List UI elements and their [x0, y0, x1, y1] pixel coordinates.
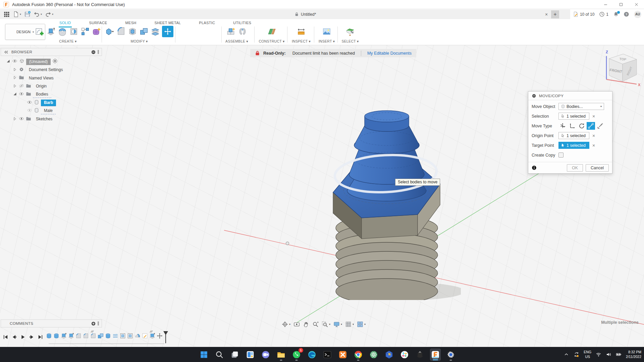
- browser-item-label[interactable]: Male: [41, 108, 56, 114]
- shell-icon[interactable]: [128, 27, 137, 36]
- tl-cylinder-icon[interactable]: [46, 332, 52, 339]
- panel-resize-grip[interactable]: [98, 321, 99, 325]
- timeline-marker[interactable]: [163, 331, 168, 346]
- move-object-dropdown[interactable]: Bodies... ▾: [558, 103, 604, 110]
- ribbon-group-label[interactable]: CONSTRUCT ▾: [258, 39, 286, 43]
- collapsed-triangle-icon[interactable]: [13, 75, 17, 81]
- tl-cylinder-icon[interactable]: [105, 332, 111, 339]
- redo-icon[interactable]: ▾: [45, 11, 53, 17]
- browser-item-bodies[interactable]: Bodies: [13, 91, 51, 98]
- browser-item-label[interactable]: (Unsaved): [26, 59, 51, 65]
- free-move-icon[interactable]: [558, 122, 567, 130]
- step-forward-icon[interactable]: [29, 334, 35, 341]
- step-back-icon[interactable]: [11, 334, 17, 341]
- orbit-icon[interactable]: ▾: [282, 321, 290, 327]
- extrude-icon[interactable]: [46, 27, 55, 36]
- fusion360-icon[interactable]: [430, 349, 441, 361]
- collapsed-triangle-icon[interactable]: [13, 67, 17, 73]
- doc-counter[interactable]: 10 of 10: [573, 11, 594, 17]
- task-view-icon[interactable]: [229, 349, 240, 361]
- insert-image-icon[interactable]: [322, 27, 331, 36]
- tl-chamfer-icon[interactable]: [75, 332, 82, 339]
- viewports-icon[interactable]: ▾: [357, 321, 366, 327]
- radio-icon[interactable]: [52, 58, 58, 65]
- viewport-canvas[interactable]: Select bodies to move Read-Only: Documen…: [0, 45, 644, 347]
- cancel-button[interactable]: Cancel: [586, 164, 609, 172]
- tl-pattern-icon[interactable]: [127, 332, 133, 339]
- avatar[interactable]: AU: [634, 11, 641, 18]
- close-button[interactable]: [629, 0, 644, 9]
- wifi-icon[interactable]: [596, 352, 601, 357]
- translate-icon[interactable]: [568, 122, 576, 130]
- browser-item-barb[interactable]: Barb: [27, 99, 56, 107]
- browser-header[interactable]: BROWSER: [1, 48, 102, 56]
- point-to-point-icon[interactable]: [587, 122, 595, 130]
- tl-extrude-icon[interactable]: [68, 332, 74, 339]
- ribbon-group-label[interactable]: ASSEMBLE ▾: [223, 39, 251, 43]
- split-icon[interactable]: [151, 27, 160, 36]
- press-pull-icon[interactable]: [105, 27, 114, 36]
- target-point-field[interactable]: 1 selected: [558, 142, 589, 149]
- browser-item-origin[interactable]: Origin: [13, 83, 50, 90]
- ok-button[interactable]: OK: [567, 164, 583, 172]
- tl-revolve-icon[interactable]: [135, 332, 141, 339]
- fillet-icon[interactable]: [116, 27, 125, 36]
- xampp-icon[interactable]: [337, 349, 348, 361]
- ribbon-group-label[interactable]: MODIFY ▾: [104, 39, 174, 43]
- rotate-icon[interactable]: [577, 122, 586, 130]
- minimize-button[interactable]: [598, 0, 613, 9]
- pattern-icon[interactable]: [80, 27, 90, 36]
- tab-close-button[interactable]: ×: [543, 11, 550, 18]
- browser-item-label[interactable]: Sketches: [33, 116, 55, 122]
- expanded-triangle-icon[interactable]: [6, 59, 10, 65]
- browser-item-label[interactable]: Document Settings: [26, 67, 66, 73]
- slack-icon[interactable]: [399, 349, 410, 361]
- tl-extrude-icon[interactable]: ⁄⁄⁄: [149, 332, 155, 339]
- tl-pattern-icon[interactable]: [120, 332, 126, 339]
- chrome-icon[interactable]: [353, 349, 364, 361]
- browser-item-label[interactable]: Origin: [33, 83, 50, 89]
- browser-item-sketches[interactable]: Sketches: [13, 116, 55, 123]
- select-brush-icon[interactable]: [346, 27, 355, 36]
- browser-item-label[interactable]: Named Views: [26, 75, 57, 81]
- hole-icon[interactable]: [69, 27, 78, 36]
- new-component-icon[interactable]: [227, 27, 236, 36]
- layout-grid-icon[interactable]: ▾: [345, 321, 354, 327]
- terminal-icon[interactable]: [322, 349, 333, 361]
- browser-item-label[interactable]: Barb: [41, 100, 56, 106]
- form-icon[interactable]: [92, 27, 101, 36]
- collapsed-triangle-icon[interactable]: [13, 83, 17, 89]
- comments-panel-header[interactable]: COMMENTS: [1, 319, 102, 327]
- eye-icon[interactable]: [27, 100, 32, 106]
- skip-end-icon[interactable]: [38, 334, 43, 341]
- eye-dim-icon[interactable]: [27, 108, 32, 114]
- view-cube[interactable]: Z X TOP FRONT RIGHT: [598, 49, 643, 91]
- widgets-icon[interactable]: [245, 349, 256, 361]
- zoom-icon[interactable]: [312, 321, 319, 327]
- ribbon-tab-plastic[interactable]: PLASTIC: [198, 20, 216, 27]
- create-copy-checkbox[interactable]: [558, 153, 564, 158]
- dialog-header[interactable]: MOVE/COPY: [528, 92, 612, 100]
- revolve-icon[interactable]: [58, 27, 67, 36]
- atom-icon[interactable]: [368, 349, 379, 361]
- settings-icon[interactable]: [445, 349, 456, 361]
- browser-item--unsaved-[interactable]: (Unsaved): [6, 58, 58, 65]
- whatsapp-icon[interactable]: 1: [291, 349, 302, 361]
- notifications-bell[interactable]: [613, 11, 619, 17]
- tl-sketch-icon[interactable]: [142, 332, 148, 339]
- help-button[interactable]: ?: [624, 11, 629, 17]
- play-icon[interactable]: [20, 334, 26, 341]
- inkscape-icon[interactable]: [415, 349, 425, 361]
- joint-icon[interactable]: [238, 27, 247, 36]
- tl-chamfer-icon[interactable]: [83, 332, 89, 339]
- eye-icon[interactable]: [19, 116, 24, 123]
- chevron-up-icon[interactable]: [564, 352, 569, 357]
- collapsed-triangle-icon[interactable]: [13, 116, 17, 122]
- document-tab[interactable]: Untitled*: [294, 9, 316, 19]
- tl-cylinder-icon[interactable]: [53, 332, 59, 339]
- construction-plane-icon[interactable]: [267, 27, 276, 36]
- selection-field[interactable]: 1 selected: [558, 113, 589, 120]
- tl-extrude-icon[interactable]: [61, 332, 67, 339]
- model-barb-fitting[interactable]: [319, 105, 461, 300]
- ribbon-group-label[interactable]: INSERT ▾: [315, 39, 338, 43]
